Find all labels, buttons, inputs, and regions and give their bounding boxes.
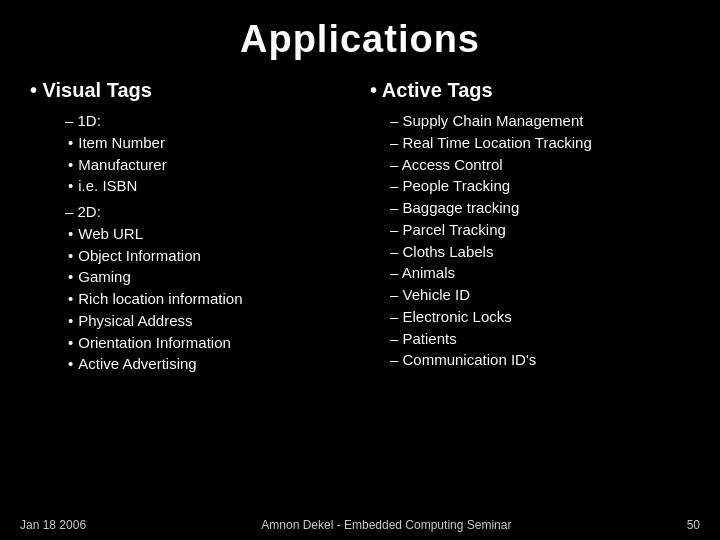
right-column: • Active Tags – Supply Chain Management … — [370, 79, 690, 375]
active-tags-list: – Supply Chain Management – Real Time Lo… — [390, 110, 690, 371]
list-item: – Supply Chain Management — [390, 110, 690, 132]
list-item: – Baggage tracking — [390, 197, 690, 219]
content-area: • Visual Tags – 1D: • Item Number • Manu… — [0, 75, 720, 375]
list-item: – Electronic Locks — [390, 306, 690, 328]
title-area: Applications — [0, 0, 720, 75]
footer-author: Amnon Dekel - Embedded Computing Seminar — [261, 518, 511, 532]
list-item: – Cloths Labels — [390, 241, 690, 263]
list-item: – People Tracking — [390, 175, 690, 197]
list-item: • Physical Address — [68, 310, 350, 332]
list-item: • Object Information — [68, 245, 350, 267]
left-column-title: • Visual Tags — [30, 79, 350, 102]
bullet-icon: • — [68, 332, 73, 354]
bullet-icon: • — [68, 154, 73, 176]
bullet-icon: • — [68, 132, 73, 154]
section-1d-items: • Item Number • Manufacturer • i.e. ISBN — [68, 132, 350, 197]
list-item: – Animals — [390, 262, 690, 284]
bullet-icon: • — [68, 288, 73, 310]
footer: Jan 18 2006 Amnon Dekel - Embedded Compu… — [0, 518, 720, 532]
list-item: – Real Time Location Tracking — [390, 132, 690, 154]
bullet-icon: • — [68, 310, 73, 332]
list-item: – Access Control — [390, 154, 690, 176]
slide: Applications • Visual Tags – 1D: • Item … — [0, 0, 720, 540]
list-item: – Communication ID's — [390, 349, 690, 371]
section-1d: – 1D: • Item Number • Manufacturer • i.e… — [50, 110, 350, 197]
list-item: • Manufacturer — [68, 154, 350, 176]
list-item: • Gaming — [68, 266, 350, 288]
list-item: – Parcel Tracking — [390, 219, 690, 241]
bullet-icon: • — [68, 266, 73, 288]
section-2d-label: – 2D: — [50, 201, 350, 223]
list-item: – Vehicle ID — [390, 284, 690, 306]
list-item: • Web URL — [68, 223, 350, 245]
bullet-icon: • — [68, 175, 73, 197]
list-item: • Rich location information — [68, 288, 350, 310]
list-item: – Patients — [390, 328, 690, 350]
list-item: • Active Advertising — [68, 353, 350, 375]
list-item: • Orientation Information — [68, 332, 350, 354]
list-item: • Item Number — [68, 132, 350, 154]
footer-page: 50 — [687, 518, 700, 532]
section-2d: – 2D: • Web URL • Object Information • G… — [50, 201, 350, 375]
bullet-icon: • — [68, 245, 73, 267]
section-1d-label: – 1D: — [50, 110, 350, 132]
section-2d-items: • Web URL • Object Information • Gaming … — [68, 223, 350, 375]
right-column-title: • Active Tags — [370, 79, 690, 102]
bullet-icon: • — [68, 353, 73, 375]
bullet-icon: • — [68, 223, 73, 245]
list-item: • i.e. ISBN — [68, 175, 350, 197]
footer-date: Jan 18 2006 — [20, 518, 86, 532]
left-column: • Visual Tags – 1D: • Item Number • Manu… — [30, 79, 350, 375]
slide-title: Applications — [240, 18, 480, 60]
